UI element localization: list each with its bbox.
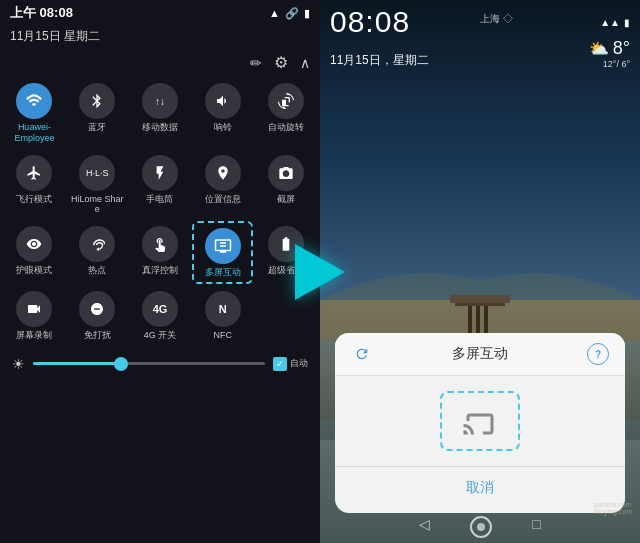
brightness-fill: [33, 362, 126, 365]
eyecomfort-label: 护眼模式: [16, 265, 52, 276]
quick-item-screenshot[interactable]: 截屏: [255, 150, 316, 220]
brightness-row: ☀ ✓ 自动: [0, 350, 320, 378]
quick-item-bluetooth[interactable]: 蓝牙: [67, 78, 128, 148]
quick-item-data[interactable]: ↑↓ 移动数据: [130, 78, 191, 148]
brightness-auto: ✓ 自动: [273, 357, 308, 371]
wifi-status-icon: ▲▲: [600, 17, 620, 28]
battery-icon: ▮: [304, 7, 310, 20]
mobile-data-icon: ↑↓: [142, 83, 178, 119]
location-label: 位置信息: [205, 194, 241, 205]
bluetooth-icon: [79, 83, 115, 119]
brightness-track[interactable]: [33, 362, 265, 365]
4g-label: 4G 开关: [144, 330, 177, 341]
quick-item-4g[interactable]: 4G 4G 开关: [130, 286, 191, 346]
flashlight-icon: [142, 155, 178, 191]
collapse-icon[interactable]: ∧: [300, 55, 310, 71]
battery-status-icon: ▮: [624, 17, 630, 28]
wifi-circle-icon: [16, 83, 52, 119]
quick-item-screenrec[interactable]: 屏幕录制: [4, 286, 65, 346]
dialog-content: [335, 376, 625, 466]
signal-icon: ▲: [269, 7, 280, 19]
eyecomfort-icon: [16, 226, 52, 262]
quick-item-flashlight[interactable]: 手电筒: [130, 150, 191, 220]
auto-label: 自动: [290, 357, 308, 370]
right-status-icons: ▲▲ ▮: [600, 17, 630, 28]
quick-item-eyecomfort[interactable]: 护眼模式: [4, 221, 65, 284]
status-bar-left: 上午 08:08 ▲ 🔗 ▮: [0, 0, 320, 26]
hiloome-icon: H·L·S: [79, 155, 115, 191]
hotspot-label: 热点: [88, 265, 106, 276]
screenshot-label: 截屏: [277, 194, 295, 205]
controls-bar: ✏ ⚙ ∧: [0, 51, 320, 74]
brightness-thumb: [114, 357, 128, 371]
quick-item-location[interactable]: 位置信息: [192, 150, 253, 220]
back-button[interactable]: ◁: [419, 516, 430, 538]
right-panel: 08:08 ▲▲ ▮ 上海 ◇ ⛅ 8° 12°/ 6° 11月15日，星期二: [320, 0, 640, 543]
dialog-title: 多屏互动: [373, 345, 587, 363]
screenrec-icon: [16, 291, 52, 327]
quick-item-airplane[interactable]: 飞行模式: [4, 150, 65, 220]
screenshot-icon: [268, 155, 304, 191]
status-icons-left: ▲ 🔗 ▮: [269, 7, 310, 20]
quick-item-nfc[interactable]: N NFC: [192, 286, 253, 346]
quick-item-knuckle[interactable]: 真浮控制: [130, 221, 191, 284]
navigation-dock: ◁ □: [320, 516, 640, 538]
quick-item-multiscreen[interactable]: 多屏互动: [192, 221, 253, 284]
wifi-label: Huawei-Employee: [14, 122, 54, 144]
auto-checkbox[interactable]: ✓: [273, 357, 287, 371]
flashlight-label: 手电筒: [146, 194, 173, 205]
rotate-label: 自动旋转: [268, 122, 304, 133]
clock-time: 08:08: [330, 5, 410, 39]
quick-item-hotspot[interactable]: 热点: [67, 221, 128, 284]
nfc-label: NFC: [214, 330, 233, 341]
hiloome-label: HiLome Share: [69, 194, 126, 216]
location-label: 上海 ◇: [480, 12, 513, 26]
cancel-button[interactable]: 取消: [446, 475, 514, 501]
edit-icon[interactable]: ✏: [250, 55, 262, 71]
knuckle-icon: [142, 226, 178, 262]
home-button[interactable]: [470, 516, 492, 538]
time-display: 08:08: [330, 5, 410, 39]
date-right: 11月15日，星期二: [330, 52, 429, 69]
location-icon: [205, 155, 241, 191]
quick-item-hiloome[interactable]: H·L·S HiLome Share: [67, 150, 128, 220]
notouch-icon: [79, 291, 115, 327]
cast-icon-box[interactable]: [440, 391, 520, 451]
dialog-footer: 取消: [335, 466, 625, 513]
left-panel: 上午 08:08 ▲ 🔗 ▮ 11月15日 星期二 ✏ ⚙ ∧ Huawei-E…: [0, 0, 320, 543]
dialog-help-icon[interactable]: ?: [587, 343, 609, 365]
notouch-label: 免打扰: [84, 330, 111, 341]
quick-settings-grid: Huawei-Employee 蓝牙 ↑↓ 移动数据 响铃 自动旋转: [0, 74, 320, 350]
watermark-text: pxctest.com: [594, 501, 632, 508]
volume-icon: [205, 83, 241, 119]
bluetooth-label: 蓝牙: [88, 122, 106, 133]
home-inner: [477, 523, 485, 531]
quick-item-rotate[interactable]: 自动旋转: [255, 78, 316, 148]
weather-range: 12°/ 6°: [589, 59, 630, 69]
status-time-left: 上午 08:08: [10, 4, 73, 22]
quick-item-notouch[interactable]: 免打扰: [67, 286, 128, 346]
watermark-text2: tooying.com: [594, 508, 632, 515]
quick-item-wifi[interactable]: Huawei-Employee: [4, 78, 65, 148]
rotate-icon: [268, 83, 304, 119]
wifi-icon: 🔗: [285, 7, 299, 20]
multiscreen-icon: [205, 228, 241, 264]
arrow-right-icon: [295, 244, 345, 300]
quick-item-volume[interactable]: 响铃: [192, 78, 253, 148]
screenrec-label: 屏幕录制: [16, 330, 52, 341]
settings-icon[interactable]: ⚙: [274, 53, 288, 72]
dialog-refresh-icon[interactable]: [351, 343, 373, 365]
mobile-data-label: 移动数据: [142, 122, 178, 133]
multiscreen-label: 多屏互动: [205, 267, 241, 278]
hotspot-icon: [79, 226, 115, 262]
nfc-icon: N: [205, 291, 241, 327]
4g-icon: 4G: [142, 291, 178, 327]
airplane-label: 飞行模式: [16, 194, 52, 205]
recents-button[interactable]: □: [532, 516, 540, 538]
svg-rect-6: [450, 295, 510, 303]
airplane-icon: [16, 155, 52, 191]
volume-label: 响铃: [214, 122, 232, 133]
svg-rect-7: [455, 303, 505, 306]
date-row-left: 11月15日 星期二: [0, 26, 320, 51]
arrow-container: [292, 244, 348, 300]
